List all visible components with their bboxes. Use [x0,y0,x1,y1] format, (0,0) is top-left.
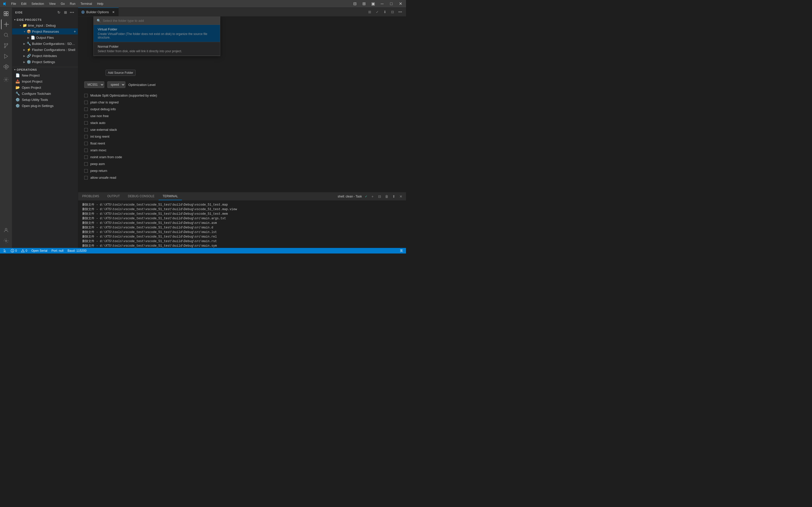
minimize-button[interactable]: ─ [378,0,386,7]
menu-file[interactable]: File [9,2,18,6]
op-open-project[interactable]: 📂 Open Project [12,84,78,91]
more-options-icon[interactable]: ••• [69,10,75,15]
op-open-plugin-settings[interactable]: ⚙️ Open plug-in Settings [12,103,78,109]
folder-search-input[interactable] [103,19,217,22]
tree-builder-config[interactable]: ▶ 🔧 Builder Configurations : SDCC [12,41,78,47]
menu-run[interactable]: Run [68,2,78,6]
checkbox-module-split[interactable] [84,94,88,97]
toolbar-icon-1[interactable]: ⊞ [367,9,372,15]
split-icon[interactable]: ⊞ [360,0,367,7]
tab-debug-console[interactable]: DEBUG CONSOLE [124,192,159,200]
op-setup-utility-tools[interactable]: ⚙️ Setup Utility Tools [12,97,78,103]
menu-view[interactable]: View [47,2,58,6]
panel-maximize-icon[interactable]: ⬆ [391,193,397,200]
panel-add-terminal[interactable]: + [369,193,375,200]
checkbox-allow-unsafe-read[interactable] [84,176,88,179]
eide-projects-section[interactable]: ▾ EIDE PROJECTS [12,17,78,22]
op-configure-toolchain[interactable]: 🔧 Configure Toolchain [12,91,78,97]
menu-edit[interactable]: Edit [19,2,29,6]
panel-split-icon[interactable]: ⊟ [376,193,383,200]
checkbox-float-reent[interactable] [84,142,88,145]
toolbar-icon-5[interactable]: ••• [397,9,403,15]
option-peep-return[interactable]: peep return [84,167,400,174]
option-use-external-stack[interactable]: use external stack [84,126,400,133]
op-new-project[interactable]: 📄 New Project [12,72,78,78]
terminal-line-6: 删除文件 - d:\XTS\tools\vscode_test\vscode_5… [82,230,402,234]
virtual-folder-option[interactable]: Virtual Folder Create VirtualFolder (The… [94,25,220,42]
checkbox-noinit-xram[interactable] [84,155,88,159]
status-warnings[interactable]: ! 0 [21,249,28,252]
tree-project[interactable]: ▾ 📁 time_input : Debug [12,22,78,29]
checkbox-xram-movc[interactable] [84,149,88,152]
op-import-project[interactable]: 📥 Import Project [12,78,78,84]
terminal-content[interactable]: 删除文件 - d:\XTS\tools\vscode_test\vscode_5… [78,201,406,248]
option-plain-char[interactable]: plain char is signed [84,99,400,106]
operations-header[interactable]: ▾ OPERATIONS [12,67,78,72]
option-module-split[interactable]: Module Split Optimization (supported by … [84,92,400,99]
menu-selection[interactable]: Selection [30,2,46,6]
checkbox-use-external-stack[interactable] [84,128,88,131]
activity-scm-icon[interactable] [1,41,11,51]
maximize-button[interactable]: □ [388,0,395,7]
tree-project-attributes[interactable]: ▶ 🔗 Project Attributes [12,53,78,59]
activity-explorer-icon[interactable] [1,9,11,19]
menu-go[interactable]: Go [59,2,67,6]
add-project-icon[interactable]: ⊞ [63,10,68,15]
checkbox-plain-char[interactable] [84,101,88,104]
option-stack-auto[interactable]: stack auto [84,119,400,126]
option-use-non-free[interactable]: use non free [84,113,400,119]
panel-trash-icon[interactable]: 🗑 [384,193,390,200]
tree-project-settings[interactable]: ▶ ⚙️ Project Settings [12,59,78,65]
activity-extensions-icon[interactable] [1,62,11,72]
tree-flasher-config[interactable]: ▶ ⚡ Flasher Configurations : Shell [12,47,78,53]
activity-gear-icon[interactable] [1,74,11,85]
tree-resources[interactable]: ▾ 📦 Project Resources + [12,29,78,35]
status-port[interactable]: Port: null [52,249,63,252]
status-serial[interactable]: Open Serial [31,249,47,252]
layout-icon[interactable]: ⊟ [351,0,358,7]
activity-search-icon[interactable] [1,30,11,40]
mcs-select[interactable]: MCS51 [84,81,104,88]
tab-close-icon[interactable]: ✕ [111,10,115,14]
tab-terminal[interactable]: TERMINAL [159,192,182,200]
folder-type-dropdown[interactable]: 🔍 Virtual Folder Create VirtualFolder (T… [93,16,220,56]
toolbar-icon-4[interactable]: ⊟ [390,9,395,15]
toolbar-icon-3[interactable]: ⬇ [382,9,388,15]
status-baud[interactable]: Baud: 115200 [67,249,87,252]
activity-eide-icon[interactable] [1,19,11,30]
svg-point-6 [4,43,6,45]
refresh-icon[interactable]: ↻ [56,10,62,15]
normal-folder-option[interactable]: Normal Folder Select folder from disk, e… [94,42,220,56]
option-xram-movc[interactable]: xram movc [84,147,400,154]
activity-account-icon[interactable] [1,225,11,235]
status-errors[interactable]: ✕ 0 [11,249,17,252]
activity-settings-icon[interactable] [1,236,11,246]
speed-select[interactable]: speed [107,81,125,88]
option-output-debug[interactable]: output debug info [84,106,400,113]
panel-close-icon[interactable]: ✕ [398,193,404,200]
checkbox-int-long-reent[interactable] [84,135,88,138]
checkbox-use-non-free[interactable] [84,114,88,118]
activity-debug-icon[interactable] [1,51,11,61]
option-int-long-reent[interactable]: int long reent [84,133,400,140]
checkbox-peep-asm[interactable] [84,162,88,166]
close-button[interactable]: ✕ [397,0,404,7]
checkbox-peep-return[interactable] [84,169,88,173]
option-peep-asm[interactable]: peep asm [84,161,400,167]
status-git[interactable] [3,249,7,252]
checkbox-stack-auto[interactable] [84,121,88,125]
tree-output-files[interactable]: ▶ 📄 Output Files [12,35,78,41]
option-float-reent[interactable]: float reent [84,140,400,147]
option-noinit-xram[interactable]: noinit xram from code [84,154,400,161]
settings-layout-icon[interactable]: ▣ [369,0,376,7]
checkbox-output-debug[interactable] [84,108,88,111]
menu-help[interactable]: Help [95,2,106,6]
tab-problems[interactable]: PROBLEMS [78,192,103,200]
add-source-folder-icon[interactable]: + [74,30,76,34]
option-allow-unsafe-read[interactable]: allow unsafe read [84,174,400,181]
status-ime-en[interactable]: 英 [400,249,403,253]
tab-builder-options[interactable]: Builder Options ✕ [78,8,119,16]
menu-terminal[interactable]: Terminal [79,2,94,6]
toolbar-icon-2[interactable]: ✓ [374,9,380,15]
tab-output[interactable]: OUTPUT [103,192,124,200]
